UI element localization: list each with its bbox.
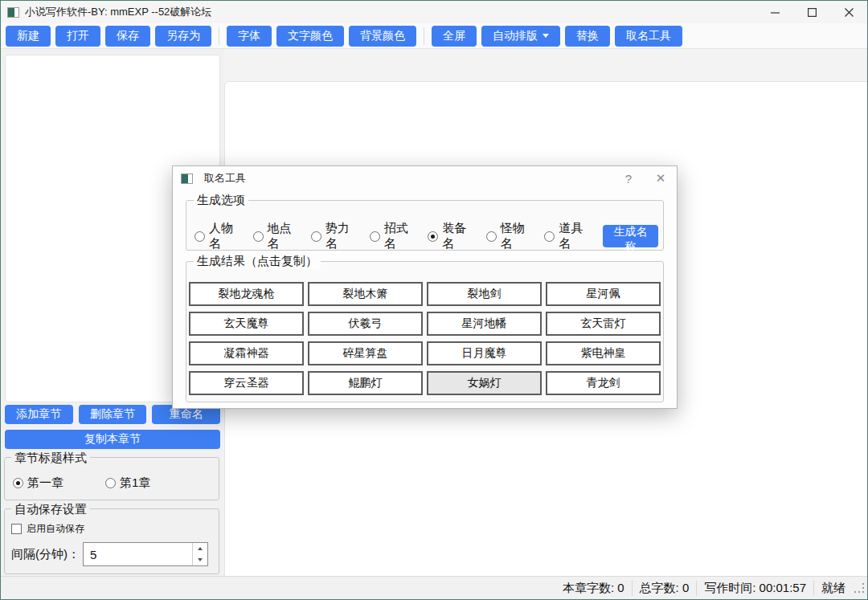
radio-label: 第1章 <box>120 476 150 491</box>
status-total-word-count: 总字数: 0 <box>632 581 697 596</box>
copy-chapter-button[interactable]: 复制本章节 <box>5 430 220 449</box>
spin-buttons <box>192 543 207 565</box>
status-writing-time: 写作时间: 00:01:57 <box>696 581 813 596</box>
category-option-怪物名[interactable]: 怪物名 <box>486 221 533 251</box>
name-result-button[interactable]: 青龙剑 <box>546 371 661 395</box>
radio-label: 招式名 <box>384 221 416 251</box>
dialog-help-icon[interactable]: ? <box>612 166 645 190</box>
name-result-button[interactable]: 日月魔尊 <box>427 341 542 365</box>
radio-button-icon <box>311 231 321 242</box>
app-icon <box>7 7 19 18</box>
group-label: 生成选项 <box>194 193 248 208</box>
interval-label: 间隔(分钟)： <box>11 547 80 562</box>
app-window: 小说写作软件-BY: mmEXP --52破解论坛 新建打开保存另存为字体文字颜… <box>0 0 868 600</box>
add-chapter-button[interactable]: 添加章节 <box>5 405 73 424</box>
dialog-title-bar: 取名工具 ? ✕ <box>173 166 677 190</box>
minimize-icon[interactable] <box>756 1 793 23</box>
radio-button-icon <box>13 478 23 488</box>
spin-up-icon <box>198 547 203 550</box>
toolbar-button-naming-tool[interactable]: 取名工具 <box>615 26 682 47</box>
name-result-button[interactable]: 玄天雷灯 <box>546 312 661 336</box>
radio-button-icon <box>194 231 205 242</box>
close-icon[interactable] <box>830 1 867 23</box>
toolbar-separator <box>424 27 424 45</box>
resize-grip-icon[interactable] <box>854 583 866 594</box>
name-result-button[interactable]: 伏羲弓 <box>308 312 423 336</box>
generation-results-group: 生成结果（点击复制） 裂地龙魂枪裂地木箫裂地剑星河佩玄天魔尊伏羲弓星河地幡玄天雷… <box>186 261 664 402</box>
toolbar-button-new[interactable]: 新建 <box>6 26 51 47</box>
toolbar-button-font[interactable]: 字体 <box>227 26 272 47</box>
toolbar-button-background-color[interactable]: 背景颜色 <box>349 26 416 47</box>
toolbar-separator <box>219 27 219 45</box>
status-chapter-word-count: 本章字数: 0 <box>555 581 632 596</box>
category-option-招式名[interactable]: 招式名 <box>370 221 416 251</box>
radio-label: 怪物名 <box>501 221 533 251</box>
generation-options-group: 生成选项 人物名地点名势力名招式名装备名怪物名道具名生成名称 <box>186 200 664 251</box>
dialog-close-icon[interactable]: ✕ <box>645 166 677 190</box>
radio-button-icon <box>253 231 264 242</box>
category-option-势力名[interactable]: 势力名 <box>311 221 358 251</box>
category-option-地点名[interactable]: 地点名 <box>253 221 300 251</box>
radio-button-icon <box>486 231 497 242</box>
category-option-装备名[interactable]: 装备名 <box>428 221 474 251</box>
name-result-button[interactable]: 碎星算盘 <box>308 341 423 365</box>
naming-tool-dialog: 取名工具 ? ✕ 生成选项 人物名地点名势力名招式名装备名怪物名道具名生成名称 … <box>172 165 678 409</box>
generate-names-button[interactable]: 生成名称 <box>603 225 658 247</box>
name-result-button[interactable]: 女娲灯 <box>427 371 542 395</box>
chapter-title-style-group: 章节标题样式 第一章第1章 <box>4 457 219 500</box>
delete-chapter-button[interactable]: 删除章节 <box>79 405 147 424</box>
title-bar: 小说写作软件-BY: mmEXP --52破解论坛 <box>1 1 867 23</box>
radio-label: 第一章 <box>27 476 63 491</box>
name-results-grid: 裂地龙魂枪裂地木箫裂地剑星河佩玄天魔尊伏羲弓星河地幡玄天雷灯凝霜神器碎星算盘日月… <box>186 262 663 395</box>
toolbar-button-auto-layout[interactable]: 自动排版 <box>481 26 560 47</box>
dropdown-arrow-icon <box>542 34 549 38</box>
maximize-icon[interactable] <box>793 1 830 23</box>
interval-row: 间隔(分钟)： 5 <box>5 536 219 566</box>
toolbar: 新建打开保存另存为字体文字颜色背景颜色全屏自动排版替换取名工具 <box>1 23 867 49</box>
dialog-controls: ? ✕ <box>612 166 677 190</box>
status-bar: 本章字数: 0总字数: 0写作时间: 00:01:57就绪 <box>1 576 867 599</box>
toolbar-button-save[interactable]: 保存 <box>105 26 150 47</box>
status-items: 本章字数: 0总字数: 0写作时间: 00:01:57就绪 <box>555 581 853 596</box>
radio-button-icon <box>544 231 555 242</box>
name-result-button[interactable]: 玄天魔尊 <box>189 312 304 336</box>
autosave-checkbox-label: 启用自动保存 <box>27 522 84 536</box>
name-result-button[interactable]: 穿云圣器 <box>189 371 304 395</box>
toolbar-button-open[interactable]: 打开 <box>55 26 100 47</box>
category-option-人物名[interactable]: 人物名 <box>194 221 241 251</box>
radio-label: 人物名 <box>209 221 241 251</box>
name-result-button[interactable]: 紫电神皇 <box>546 341 661 365</box>
radio-button-icon <box>105 478 116 488</box>
toolbar-button-fullscreen[interactable]: 全屏 <box>432 26 477 47</box>
toolbar-button-text-color[interactable]: 文字颜色 <box>276 26 344 47</box>
spin-down-button[interactable] <box>193 554 207 565</box>
dialog-icon <box>181 173 193 184</box>
group-label: 自动保存设置 <box>11 502 90 517</box>
name-result-button[interactable]: 裂地剑 <box>427 282 542 306</box>
autosave-checkbox[interactable] <box>11 524 22 534</box>
radio-label: 装备名 <box>442 221 474 251</box>
generation-options-row: 人物名地点名势力名招式名装备名怪物名道具名生成名称 <box>186 201 663 251</box>
name-result-button[interactable]: 凝霜神器 <box>189 341 304 365</box>
name-result-button[interactable]: 星河佩 <box>546 282 661 306</box>
toolbar-button-save-as[interactable]: 另存为 <box>155 26 211 47</box>
spin-up-button[interactable] <box>193 543 207 554</box>
radio-label: 地点名 <box>268 221 300 251</box>
radio-button-icon <box>428 231 438 242</box>
name-result-button[interactable]: 星河地幡 <box>427 312 542 336</box>
autosave-settings-group: 自动保存设置 启用自动保存 间隔(分钟)： 5 <box>4 508 219 574</box>
name-result-button[interactable]: 裂地龙魂枪 <box>189 282 304 306</box>
dialog-title: 取名工具 <box>204 171 246 186</box>
name-result-button[interactable]: 鲲鹏灯 <box>308 371 423 395</box>
radio-label: 道具名 <box>559 221 591 251</box>
title-style-option-1[interactable]: 第一章 <box>13 476 63 491</box>
category-option-道具名[interactable]: 道具名 <box>544 221 591 251</box>
radio-label: 势力名 <box>326 221 358 251</box>
toolbar-button-replace[interactable]: 替换 <box>565 26 610 47</box>
title-style-option-2[interactable]: 第1章 <box>105 476 150 491</box>
group-label: 章节标题样式 <box>11 451 90 466</box>
interval-input[interactable]: 5 <box>84 543 192 565</box>
name-result-button[interactable]: 裂地木箫 <box>308 282 423 306</box>
status-ready-status: 就绪 <box>813 581 853 596</box>
interval-spinbox[interactable]: 5 <box>83 542 208 566</box>
